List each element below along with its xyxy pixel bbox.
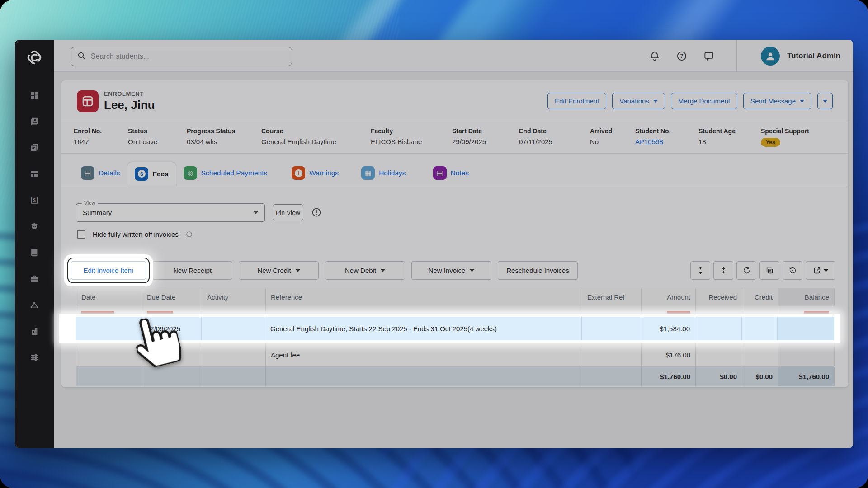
chat-icon[interactable] — [703, 50, 715, 62]
status-value: On Leave — [128, 138, 182, 145]
arrived-value: No — [590, 138, 631, 145]
fees-icon: $ — [135, 167, 148, 181]
notifications-bell-icon[interactable] — [649, 50, 660, 62]
section-label: ENROLMENT — [104, 90, 155, 97]
invoice-table-header[interactable]: Date Due Date Activity Reference Externa… — [76, 288, 834, 306]
enrolment-info-row: Enrol No.1647 StatusOn Leave Progress St… — [61, 122, 848, 154]
history-button[interactable] — [783, 261, 802, 280]
sidebar-item-documents[interactable] — [29, 143, 40, 153]
user-avatar — [761, 47, 780, 66]
field-label: End Date — [519, 127, 585, 135]
copy-table-button[interactable] — [760, 261, 779, 280]
sidebar-item-education[interactable] — [29, 221, 40, 231]
search-input[interactable] — [91, 52, 286, 61]
col-amount[interactable]: Amount — [642, 288, 696, 306]
new-credit-button[interactable]: New Credit — [239, 261, 319, 280]
tab-fees[interactable]: $Fees — [127, 162, 176, 185]
svg-text:?: ? — [680, 53, 683, 59]
sidebar-nav: $ — [29, 90, 40, 362]
sidebar-item-dashboard[interactable] — [29, 90, 40, 100]
col-credit[interactable]: Credit — [742, 288, 778, 306]
sidebar-item-organisation[interactable] — [29, 326, 40, 336]
chevron-down-icon — [653, 100, 658, 103]
field-label: Status — [128, 127, 182, 135]
field-label: Course — [261, 127, 366, 135]
sidebar-item-agents[interactable] — [29, 300, 40, 310]
sidebar-item-library[interactable] — [29, 248, 40, 258]
sidebar-item-payments[interactable]: $ — [29, 195, 40, 205]
col-received[interactable]: Received — [696, 288, 742, 306]
col-reference[interactable]: Reference — [266, 288, 582, 306]
field-label: Enrol No. — [74, 127, 123, 135]
view-info-icon[interactable] — [311, 207, 322, 218]
view-select-value: Summary — [83, 209, 112, 216]
invoice-row-course-fee[interactable]: 22/09/2025 General English Daytime, Star… — [76, 317, 834, 340]
student-age-value: 18 — [698, 138, 756, 145]
sidebar-item-toolbox[interactable] — [29, 274, 40, 284]
faculty-value: ELICOS Bisbane — [371, 138, 448, 145]
variations-button[interactable]: Variations — [612, 93, 665, 109]
app-window: $ ? — [15, 40, 853, 448]
chevron-down-icon — [254, 211, 258, 214]
col-date[interactable]: Date — [76, 288, 142, 306]
sidebar-item-settings[interactable] — [29, 352, 40, 362]
reschedule-invoices-button[interactable]: Reschedule Invoices — [498, 261, 578, 280]
export-button[interactable] — [806, 261, 835, 280]
hide-written-off-row: Hide fully written-off invoices — [77, 230, 193, 239]
table-toolbar — [690, 261, 835, 280]
help-icon[interactable]: ? — [676, 50, 688, 62]
refresh-button[interactable] — [736, 261, 756, 280]
enrolment-actions: Edit Enrolment Variations Merge Document… — [547, 93, 833, 109]
tab-holidays[interactable]: ▦Holidays — [354, 161, 413, 185]
tab-notes[interactable]: ▤Notes — [426, 161, 476, 185]
tab-details[interactable]: ▤Details — [74, 161, 127, 185]
col-due-date[interactable]: Due Date — [142, 288, 202, 306]
sidebar-item-contacts[interactable] — [29, 117, 40, 127]
holidays-icon: ▦ — [361, 166, 375, 180]
start-date-value: 29/09/2025 — [452, 138, 514, 145]
sidebar-item-layout[interactable] — [29, 169, 40, 179]
enrolment-card: ENROLMENT Lee, Jinu Edit Enrolment Varia… — [61, 80, 848, 387]
student-no-link[interactable]: AP10598 — [635, 138, 694, 145]
app-logo-icon[interactable] — [25, 48, 44, 67]
collapse-rows-button[interactable] — [713, 261, 733, 280]
total-credit: $0.00 — [742, 367, 778, 386]
enrolment-header: ENROLMENT Lee, Jinu Edit Enrolment Varia… — [61, 80, 848, 122]
col-external-ref[interactable]: External Ref — [582, 288, 642, 306]
enrol-no-value: 1647 — [74, 138, 123, 145]
new-receipt-button[interactable]: New Receipt — [152, 261, 232, 280]
new-debit-button[interactable]: New Debit — [325, 261, 405, 280]
student-search[interactable] — [71, 47, 292, 66]
col-activity[interactable]: Activity — [202, 288, 266, 306]
edit-invoice-item-button[interactable]: Edit Invoice Item — [71, 261, 146, 280]
total-amount: $1,760.00 — [642, 367, 696, 386]
edit-enrolment-button[interactable]: Edit Enrolment — [547, 93, 606, 109]
merge-document-button[interactable]: Merge Document — [671, 93, 737, 109]
highlighted-invoice-strip: 22/09/2025 General English Daytime, Star… — [59, 314, 840, 343]
topbar-icons: ? — [649, 40, 715, 72]
special-support-badge: Yes — [761, 138, 780, 147]
hide-written-off-info-icon[interactable] — [186, 231, 193, 238]
chevron-down-icon — [824, 269, 828, 272]
account-menu[interactable]: Tutorial Admin — [761, 40, 840, 72]
new-invoice-button[interactable]: New Invoice — [411, 261, 491, 280]
tab-scheduled-payments[interactable]: ◎Scheduled Payments — [176, 161, 274, 185]
view-select[interactable]: View Summary — [76, 203, 265, 222]
total-received: $0.00 — [696, 367, 742, 386]
hide-written-off-checkbox[interactable] — [77, 230, 85, 239]
more-actions-button[interactable] — [817, 93, 833, 109]
send-message-button[interactable]: Send Message — [743, 93, 811, 109]
course-value: General English Daytime — [261, 138, 366, 145]
chevron-down-icon — [823, 100, 827, 103]
clipped-invoice-row[interactable] — [76, 306, 834, 314]
field-label: Special Support — [761, 127, 829, 135]
warnings-icon: ! — [292, 166, 305, 180]
sidebar: $ — [15, 40, 54, 448]
pin-view-button[interactable]: Pin View — [273, 204, 303, 221]
col-balance[interactable]: Balance — [778, 288, 835, 306]
invoice-row-agent-fee[interactable]: 22/09/2025 Agent fee $176.00 — [76, 343, 834, 367]
invoice-totals-row: $1,760.00 $0.00 $0.00 $1,760.00 — [76, 367, 834, 386]
chevron-down-icon — [296, 269, 300, 272]
expand-rows-button[interactable] — [690, 261, 710, 280]
tab-warnings[interactable]: !Warnings — [284, 161, 346, 185]
